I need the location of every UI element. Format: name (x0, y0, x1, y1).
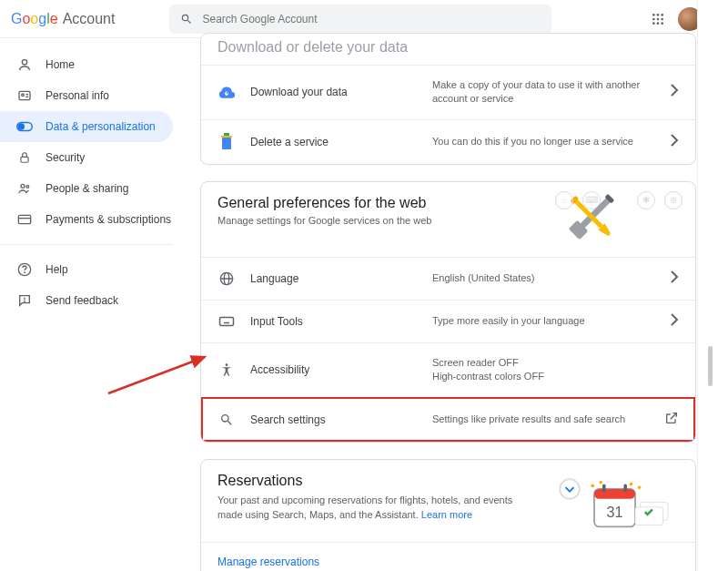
learn-more-link[interactable]: Learn more (421, 509, 472, 520)
svg-point-44 (560, 479, 580, 499)
card-icon (16, 213, 33, 226)
svg-point-46 (599, 481, 602, 484)
sidebar-item-people-sharing[interactable]: People & sharing (0, 173, 173, 204)
reservations-card: Reservations Your past and upcoming rese… (200, 459, 696, 571)
globe-icon (217, 271, 236, 286)
row-label: Language (250, 272, 432, 285)
row-desc: Screen reader OFF High-contrast colors O… (432, 356, 679, 384)
chevron-right-icon (670, 134, 679, 150)
manage-reservations-link[interactable]: Manage reservations (201, 542, 695, 571)
svg-rect-19 (18, 215, 30, 223)
sidebar-item-label: Home (46, 58, 75, 71)
deco-keyboard-icon: ⌨ (582, 191, 601, 209)
row-label: Input Tools (250, 315, 432, 328)
svg-rect-52 (623, 484, 627, 492)
deco-globe-icon: ⊕ (664, 191, 682, 209)
download-delete-card: Download or delete your data Download yo… (200, 33, 696, 165)
svg-rect-54 (635, 506, 663, 525)
card-body-text: Your past and upcoming reservations for … (217, 493, 530, 523)
id-card-icon (16, 88, 33, 103)
language-row[interactable]: Language English (United States) (201, 257, 695, 300)
reservations-illustration: 31 (542, 473, 679, 536)
svg-point-45 (591, 484, 594, 487)
svg-rect-50 (594, 489, 635, 499)
svg-point-22 (25, 272, 25, 273)
sidebar-item-help[interactable]: Help (0, 254, 173, 285)
sidebar-item-payments[interactable]: Payments & subscriptions (0, 204, 173, 235)
accessibility-row[interactable]: Accessibility Screen reader OFF High-con… (201, 342, 695, 397)
card-title: Reservations (217, 473, 530, 489)
sidebar-item-label: People & sharing (46, 182, 128, 195)
svg-point-5 (661, 17, 663, 20)
trash-icon (217, 133, 236, 151)
sidebar-item-feedback[interactable]: Send feedback (0, 285, 173, 316)
sidebar-item-label: Send feedback (46, 294, 118, 307)
svg-point-8 (661, 22, 663, 25)
deco-accessibility-icon: ✱ (637, 191, 655, 209)
row-label: Download your data (250, 86, 432, 98)
general-preferences-card: General preferences for the web Manage s… (200, 181, 696, 443)
accessibility-icon (217, 362, 236, 378)
card-title: Download or delete your data (217, 39, 679, 56)
svg-point-15 (18, 124, 24, 129)
row-desc: English (United States) (432, 271, 661, 285)
svg-point-17 (21, 184, 25, 188)
svg-point-4 (657, 17, 660, 20)
svg-point-48 (638, 485, 642, 489)
people-icon (16, 181, 33, 196)
chevron-right-icon (670, 270, 679, 287)
search-settings-row[interactable]: Search settings Settings like private re… (201, 397, 695, 442)
search-bar[interactable] (169, 5, 551, 34)
keyboard-icon (217, 315, 236, 328)
help-icon (16, 262, 33, 277)
sidebar-item-personal-info[interactable]: Personal info (0, 80, 173, 111)
sidebar-item-label: Security (46, 151, 85, 164)
row-desc: Type more easily in your language (432, 314, 661, 328)
chevron-right-icon (670, 84, 679, 100)
decorative-icon-row: ⌕ ⌨ ✱ ⊕ (555, 191, 682, 209)
svg-rect-10 (19, 91, 30, 99)
lock-icon (16, 150, 33, 165)
feedback-icon (16, 293, 33, 308)
svg-point-3 (652, 17, 655, 20)
sidebar-item-security[interactable]: Security (0, 142, 173, 173)
sidebar-item-label: Data & personalization (46, 120, 156, 133)
scrollbar-thumb[interactable] (708, 346, 713, 386)
svg-point-1 (657, 14, 660, 16)
sidebar-item-data-personalization[interactable]: Data & personalization (0, 111, 173, 142)
calendar-day: 31 (606, 503, 622, 519)
svg-point-18 (26, 186, 29, 189)
chevron-right-icon (670, 313, 679, 330)
apps-grid-icon[interactable] (651, 12, 665, 26)
search-icon (180, 13, 193, 25)
svg-point-11 (22, 94, 25, 97)
svg-point-47 (630, 482, 633, 485)
delete-service-row[interactable]: Delete a service You can do this if you … (201, 119, 695, 164)
svg-point-43 (226, 364, 228, 367)
google-account-logo[interactable]: Google Account (11, 11, 115, 27)
svg-rect-51 (602, 484, 606, 492)
sidebar-nav: Home Personal info Data & personalizatio… (0, 38, 173, 571)
cloud-download-icon (217, 84, 236, 100)
svg-point-9 (22, 60, 26, 65)
svg-rect-27 (221, 136, 232, 138)
sidebar-item-label: Payments & subscriptions (46, 213, 171, 226)
input-tools-row[interactable]: Input Tools Type more easily in your lan… (201, 300, 695, 342)
svg-point-6 (652, 22, 655, 25)
open-external-icon (664, 411, 679, 429)
row-desc: Settings like private results and safe s… (432, 413, 655, 426)
sidebar-separator (0, 244, 173, 245)
search-input[interactable] (202, 13, 541, 25)
svg-rect-37 (220, 317, 234, 325)
download-data-row[interactable]: Download your data Make a copy of your d… (201, 65, 695, 119)
row-desc: You can do this if you no longer use a s… (432, 135, 661, 148)
main-content: Download or delete your data Download yo… (173, 38, 713, 571)
svg-rect-16 (21, 157, 28, 162)
svg-point-2 (661, 14, 663, 16)
sidebar-item-home[interactable]: Home (0, 49, 173, 80)
sidebar-item-label: Personal info (46, 89, 109, 102)
row-label: Accessibility (250, 363, 432, 376)
deco-search-icon: ⌕ (555, 191, 573, 209)
logo-account-text: Account (63, 11, 116, 27)
search-icon (217, 413, 236, 427)
